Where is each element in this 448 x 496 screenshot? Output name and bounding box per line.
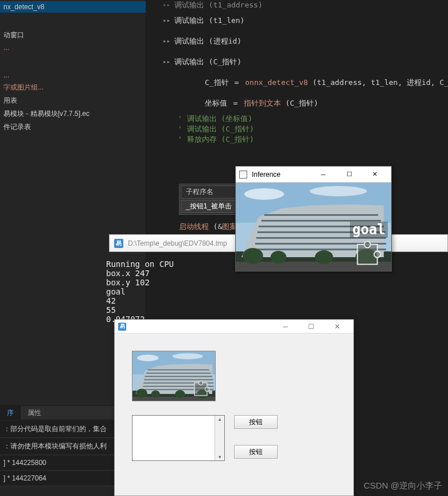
code-line: 调试输出 (t1_len) bbox=[174, 16, 244, 26]
window-titlebar[interactable]: Inference ─ ☐ ✕ bbox=[236, 166, 391, 183]
detection-label: goal bbox=[350, 222, 388, 238]
minimize-button[interactable]: ─ bbox=[272, 321, 298, 332]
text-area[interactable]: ▴▾ bbox=[132, 415, 225, 461]
puzzle-piece-icon bbox=[193, 380, 209, 396]
table-header: 子程序名 bbox=[181, 185, 237, 199]
tab-properties[interactable]: 属性 bbox=[21, 406, 48, 420]
inference-image: goal bbox=[236, 183, 391, 271]
tree-item[interactable]: 件记录表 bbox=[0, 121, 146, 134]
inference-window[interactable]: Inference ─ ☐ ✕ goal bbox=[235, 166, 392, 272]
e-language-icon: 易 bbox=[114, 239, 123, 248]
form-window[interactable]: 易 ─ ☐ ✕ ▴▾ 按钮 按钮 bbox=[114, 319, 354, 496]
button-2[interactable]: 按钮 bbox=[234, 445, 278, 459]
image-preview bbox=[132, 351, 216, 401]
window-title: Inference bbox=[252, 170, 281, 179]
e-language-icon: 易 bbox=[118, 323, 126, 331]
tab-program[interactable]: 序 bbox=[0, 406, 21, 420]
puzzle-piece-icon bbox=[356, 240, 381, 265]
tree-item[interactable]: 字或图片组... bbox=[0, 81, 146, 94]
button-1[interactable]: 按钮 bbox=[234, 415, 278, 429]
tree-item[interactable]: 易模块 - 精易模块[v7.7.5].ec bbox=[0, 107, 146, 121]
maximize-button[interactable]: ☐ bbox=[336, 168, 362, 181]
debug-path: D:\Temp\e_debug\EDV7804.tmp bbox=[128, 239, 227, 247]
close-button[interactable]: ✕ bbox=[324, 321, 350, 332]
tree-item[interactable]: ... bbox=[0, 69, 146, 81]
tree-item[interactable]: ... bbox=[0, 42, 146, 53]
scrollbar[interactable]: ▴▾ bbox=[215, 416, 224, 460]
code-comment: ' 调试输出 (C_指针) bbox=[178, 124, 254, 134]
code-line: 调试输出 (t1_address) bbox=[174, 0, 263, 10]
table-row[interactable]: _按钮1_被单击 bbox=[181, 200, 237, 213]
code-line: 调试输出 (C_指针) bbox=[174, 57, 241, 67]
code-comment: ' 释放内存 (C_指针) bbox=[178, 134, 254, 145]
code-line: 调试输出 (进程id) bbox=[174, 36, 241, 46]
tree-item[interactable]: nx_detect_v8 bbox=[0, 1, 146, 13]
maximize-button[interactable]: ☐ bbox=[298, 321, 324, 332]
subroutine-table[interactable]: 子程序名 _按钮1_被单击 bbox=[179, 184, 239, 215]
file-tree: nx_detect_v8 动窗口 ... ... 字或图片组... 用表 易模块… bbox=[0, 0, 146, 135]
close-button[interactable]: ✕ bbox=[362, 168, 388, 181]
window-titlebar[interactable]: 易 ─ ☐ ✕ bbox=[115, 320, 353, 334]
minimize-button[interactable]: ─ bbox=[310, 168, 336, 181]
tree-item[interactable]: 动窗口 bbox=[0, 29, 146, 42]
tree-item[interactable]: 用表 bbox=[0, 94, 146, 107]
app-icon bbox=[239, 170, 247, 179]
watermark: CSDN @逆向小李子 bbox=[364, 480, 442, 491]
code-comment: ' 调试输出 (坐标值) bbox=[178, 114, 252, 124]
